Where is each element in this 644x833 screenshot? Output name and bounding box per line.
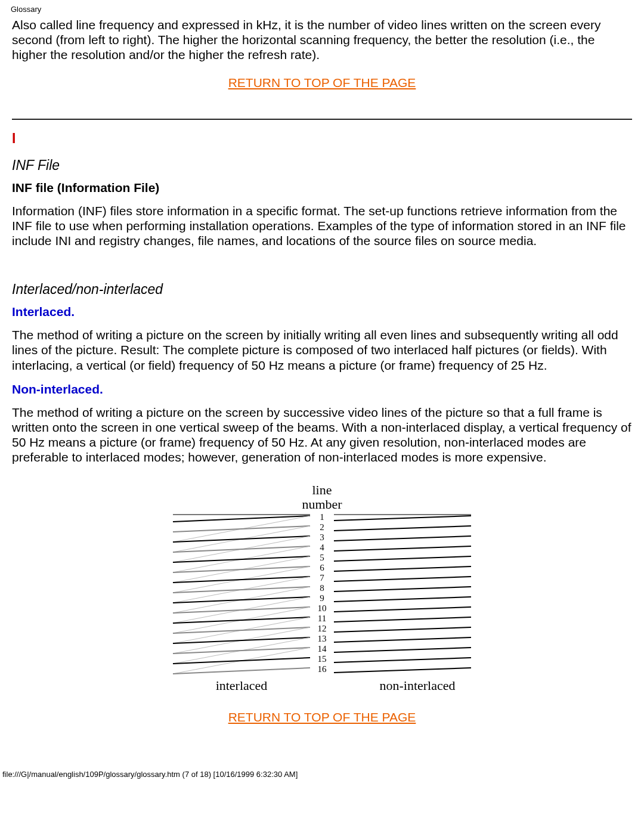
section-divider — [12, 119, 632, 120]
svg-line-2 — [173, 516, 310, 522]
svg-line-32 — [173, 617, 310, 623]
diagram-line-number: 2 — [320, 522, 324, 532]
diagram-line-number: 11 — [318, 614, 326, 623]
diagram-line-number: 7 — [320, 573, 324, 583]
svg-line-45 — [334, 658, 471, 662]
diagram-label-interlaced: interlaced — [216, 678, 268, 693]
svg-line-25 — [334, 587, 471, 592]
term-inf-file: INF File — [12, 157, 632, 174]
diagram-title-number: number — [302, 497, 342, 512]
inf-paragraph: Information (INF) files store informatio… — [12, 203, 632, 249]
svg-line-10 — [334, 536, 471, 541]
diagram-line-number: 8 — [320, 583, 324, 593]
diagram-line-number: 9 — [320, 593, 324, 603]
svg-line-26 — [173, 597, 310, 603]
subhead-interlaced: Interlaced. — [12, 305, 632, 319]
svg-line-34 — [334, 617, 471, 622]
svg-line-8 — [173, 536, 310, 542]
svg-line-16 — [334, 556, 471, 561]
interlaced-paragraph: The method of writing a picture on the s… — [12, 327, 632, 373]
diagram-title-line: line — [312, 482, 332, 497]
svg-line-41 — [173, 648, 310, 654]
svg-line-40 — [334, 637, 471, 642]
subhead-noninterlaced: Non-interlaced. — [12, 382, 632, 397]
diagram-line-number: 14 — [318, 644, 327, 654]
svg-line-13 — [334, 546, 471, 551]
intro-paragraph: Also called line frequency and expressed… — [12, 17, 632, 63]
svg-line-14 — [173, 556, 310, 562]
svg-line-29 — [173, 607, 310, 613]
section-letter: I — [12, 131, 632, 147]
svg-line-43 — [334, 648, 471, 652]
page-header: Glossary — [0, 0, 644, 17]
diagram-line-number: 15 — [318, 654, 327, 664]
noninterlaced-paragraph: The method of writing a picture on the s… — [12, 405, 632, 465]
return-top-link-1[interactable]: RETURN TO TOP OF THE PAGE — [228, 76, 416, 89]
svg-line-22 — [334, 577, 471, 581]
return-top-link-2[interactable]: RETURN TO TOP OF THE PAGE — [228, 710, 416, 724]
diagram-label-noninterlaced: non-interlaced — [379, 678, 455, 693]
svg-line-11 — [173, 546, 310, 552]
subhead-inf: INF file (Information File) — [12, 181, 632, 195]
svg-line-20 — [173, 577, 310, 583]
svg-line-38 — [173, 637, 310, 643]
svg-line-7 — [334, 526, 471, 531]
svg-line-44 — [173, 658, 310, 664]
diagram-line-number: 1 — [320, 512, 324, 522]
diagram-line-number: 10 — [318, 603, 327, 613]
svg-line-37 — [334, 627, 471, 632]
svg-line-17 — [173, 566, 310, 572]
svg-line-46 — [173, 668, 310, 674]
svg-line-35 — [173, 627, 310, 633]
diagram-line-number: 13 — [318, 634, 327, 643]
svg-line-28 — [334, 597, 471, 602]
diagram-line-number: 6 — [320, 563, 324, 572]
diagram-line-number: 3 — [320, 532, 324, 542]
diagram-line-number: 4 — [320, 543, 324, 552]
svg-line-23 — [173, 587, 310, 593]
svg-line-31 — [334, 607, 471, 612]
svg-line-47 — [334, 668, 471, 673]
term-interlaced: Interlaced/non-interlaced — [12, 281, 632, 298]
svg-line-19 — [334, 566, 471, 571]
diagram-line-number: 16 — [318, 664, 327, 674]
diagram-line-number: 5 — [320, 553, 324, 562]
diagram-line-number: 12 — [318, 624, 327, 633]
page-footer: file:///G|/manual/english/109P/glossary/… — [0, 746, 644, 789]
svg-line-4 — [334, 516, 471, 521]
interlace-diagram: line number 12345678910111213141516 inte… — [12, 481, 632, 696]
svg-line-5 — [173, 526, 310, 532]
